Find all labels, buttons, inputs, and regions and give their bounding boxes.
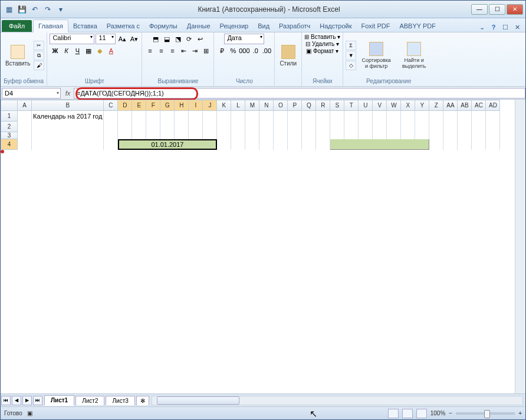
tab-developer[interactable]: Разработч	[274, 20, 315, 32]
cell[interactable]	[104, 139, 118, 150]
sheet-tab-3[interactable]: Лист3	[106, 396, 134, 405]
col-header-S[interactable]: S	[330, 100, 344, 111]
increase-font-icon[interactable]: A▴	[117, 34, 127, 44]
grid[interactable]: ABCDEFGHIJKLMNOPQRSTUVWXYZAAABACAD 1Кале…	[1, 100, 515, 393]
prev-tab-icon[interactable]: ◀	[12, 396, 21, 405]
col-header-D[interactable]: D	[118, 100, 132, 111]
tab-insert[interactable]: Вставка	[68, 20, 102, 32]
cell[interactable]	[330, 111, 344, 122]
row-header-2[interactable]: 2	[1, 122, 18, 132]
cell[interactable]	[203, 122, 217, 132]
cell[interactable]	[344, 122, 359, 132]
align-middle-icon[interactable]: ⬓	[162, 34, 172, 44]
cell[interactable]	[373, 122, 387, 132]
cell[interactable]	[330, 122, 344, 132]
cell[interactable]	[146, 132, 160, 139]
cell[interactable]	[32, 132, 104, 139]
col-header-O[interactable]: O	[274, 100, 288, 111]
wrap-text-icon[interactable]: ↩	[195, 34, 206, 44]
close-workbook-icon[interactable]: ✕	[512, 22, 522, 32]
format-cells-button[interactable]: ▣ Формат ▾	[306, 48, 338, 54]
autosum-icon[interactable]: Σ	[346, 41, 356, 50]
cell[interactable]	[118, 111, 132, 122]
col-header-V[interactable]: V	[373, 100, 387, 111]
restore-window-icon[interactable]: ☐	[501, 22, 510, 32]
cell[interactable]	[472, 111, 486, 122]
cell[interactable]	[203, 132, 217, 139]
cell[interactable]	[104, 111, 118, 122]
new-sheet-icon[interactable]: ✻	[136, 396, 149, 405]
sheet-tab-2[interactable]: Лист2	[75, 396, 104, 405]
paste-button[interactable]: Вставить	[3, 44, 32, 68]
col-header-Y[interactable]: Y	[415, 100, 429, 111]
cell[interactable]	[160, 111, 175, 122]
align-bottom-icon[interactable]: ⬔	[173, 34, 183, 44]
cell[interactable]	[472, 122, 486, 132]
cell[interactable]	[245, 132, 259, 139]
col-header-B[interactable]: B	[32, 100, 104, 111]
col-header-I[interactable]: I	[189, 100, 203, 111]
cell[interactable]	[104, 122, 118, 132]
cell[interactable]	[104, 132, 118, 139]
cell[interactable]	[18, 139, 32, 150]
row-header-1[interactable]: 1	[1, 111, 18, 122]
sort-filter-button[interactable]: Сортировка и фильтр	[357, 41, 395, 70]
cell[interactable]	[259, 139, 274, 150]
tab-layout[interactable]: Разметка с	[102, 20, 144, 32]
cell[interactable]	[217, 132, 231, 139]
delete-cells-button[interactable]: ⊟ Удалить ▾	[305, 41, 339, 47]
tab-view[interactable]: Вид	[253, 20, 274, 32]
tab-data[interactable]: Данные	[182, 20, 215, 32]
cell[interactable]	[18, 122, 32, 132]
cell[interactable]	[458, 122, 472, 132]
cell[interactable]	[231, 132, 245, 139]
align-center-icon[interactable]: ≡	[156, 45, 166, 56]
tab-abbyy[interactable]: ABBYY PDF	[394, 20, 440, 32]
inc-decimal-icon[interactable]: .0	[250, 45, 261, 56]
zoom-level[interactable]: 100%	[430, 410, 446, 416]
cell[interactable]	[132, 111, 146, 122]
cell[interactable]	[302, 132, 316, 139]
minimize-button[interactable]: —	[471, 4, 488, 15]
cell[interactable]	[443, 111, 458, 122]
cell[interactable]	[344, 132, 359, 139]
cell[interactable]	[344, 111, 359, 122]
cell[interactable]	[443, 122, 458, 132]
cell[interactable]	[387, 132, 401, 139]
tab-addins[interactable]: Надстройк	[315, 20, 356, 32]
cell[interactable]	[387, 111, 401, 122]
save-icon[interactable]: 💾	[16, 4, 28, 15]
scroll-thumb[interactable]	[157, 396, 239, 405]
underline-button[interactable]: Ч	[72, 45, 83, 56]
cell[interactable]	[401, 132, 415, 139]
col-header-AB[interactable]: AB	[458, 100, 472, 111]
normal-view-icon[interactable]	[388, 409, 399, 418]
cell[interactable]	[217, 139, 231, 150]
merge-icon[interactable]: ⊞	[200, 45, 211, 56]
undo-icon[interactable]: ↶	[29, 4, 41, 15]
cell[interactable]	[486, 122, 500, 132]
col-header-L[interactable]: L	[231, 100, 245, 111]
col-header-A[interactable]: A	[18, 100, 32, 111]
cell[interactable]	[486, 111, 500, 122]
cell[interactable]	[132, 132, 146, 139]
col-header-X[interactable]: X	[401, 100, 415, 111]
italic-button[interactable]: К	[61, 45, 71, 56]
cell[interactable]	[217, 111, 231, 122]
col-header-H[interactable]: H	[175, 100, 189, 111]
cell[interactable]	[415, 111, 429, 122]
cell[interactable]	[359, 111, 373, 122]
cell[interactable]	[189, 132, 203, 139]
minimize-ribbon-icon[interactable]: ⌄	[477, 22, 486, 32]
cell[interactable]	[189, 111, 203, 122]
cell[interactable]	[146, 122, 160, 132]
cell[interactable]	[259, 111, 274, 122]
first-tab-icon[interactable]: ⏮	[1, 396, 11, 405]
cell[interactable]	[259, 122, 274, 132]
fx-icon[interactable]: fx	[62, 90, 74, 97]
zoom-out-icon[interactable]: −	[449, 410, 452, 416]
cell[interactable]	[486, 132, 500, 139]
cell[interactable]	[259, 132, 274, 139]
cell[interactable]	[316, 139, 330, 150]
month-header[interactable]: 01.01.2017	[118, 139, 217, 150]
